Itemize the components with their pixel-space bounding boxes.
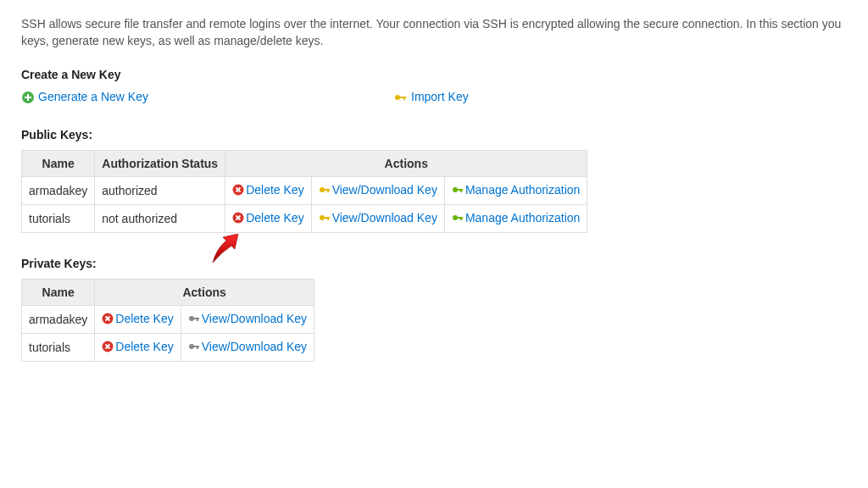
public-keys-table: Name Authorization Status Actions armada… bbox=[21, 150, 587, 233]
key-download-icon bbox=[319, 212, 331, 224]
cell-status: not authorized bbox=[95, 205, 225, 233]
col-auth-status: Authorization Status bbox=[95, 151, 225, 177]
cell-name: tutorials bbox=[22, 205, 95, 233]
delete-key-link[interactable]: Delete Key bbox=[232, 183, 303, 197]
intro-text: SSH allows secure file transfer and remo… bbox=[21, 12, 868, 49]
delete-key-link[interactable]: Delete Key bbox=[232, 211, 303, 225]
delete-key-link[interactable]: Delete Key bbox=[102, 340, 173, 353]
public-keys-heading: Public Keys: bbox=[21, 128, 868, 141]
key-download-icon bbox=[319, 184, 331, 196]
delete-icon bbox=[232, 212, 244, 224]
manage-authorization-link[interactable]: Manage Authorization bbox=[452, 211, 580, 225]
delete-icon bbox=[102, 313, 114, 324]
col-actions: Actions bbox=[95, 280, 314, 306]
view-download-key-link[interactable]: View/Download Key bbox=[319, 183, 437, 197]
key-auth-icon bbox=[452, 212, 464, 224]
delete-key-link[interactable]: Delete Key bbox=[102, 312, 173, 325]
table-row: armadakey authorized Delete Key bbox=[22, 177, 587, 205]
cell-name: tutorials bbox=[22, 334, 95, 362]
delete-icon bbox=[232, 184, 244, 196]
cell-name: armadakey bbox=[22, 177, 95, 205]
import-key-label: Import Key bbox=[411, 90, 469, 103]
manage-authorization-link[interactable]: Manage Authorization bbox=[452, 183, 580, 197]
private-keys-heading: Private Keys: bbox=[21, 257, 868, 270]
view-download-key-link[interactable]: View/Download Key bbox=[319, 211, 437, 225]
private-keys-table: Name Actions armadakey Delete Key bbox=[21, 279, 314, 362]
cell-status: authorized bbox=[95, 177, 225, 205]
svg-rect-9 bbox=[327, 189, 329, 192]
svg-rect-12 bbox=[460, 189, 462, 192]
table-row: armadakey Delete Key View/Download K bbox=[22, 306, 314, 334]
svg-rect-27 bbox=[197, 346, 198, 349]
create-key-heading: Create a New Key bbox=[21, 68, 868, 81]
plus-icon bbox=[21, 91, 35, 104]
table-row: tutorials not authorized Delete Key bbox=[22, 205, 587, 233]
svg-rect-16 bbox=[327, 217, 329, 220]
view-download-key-link[interactable]: View/Download Key bbox=[188, 312, 307, 325]
view-download-key-link[interactable]: View/Download Key bbox=[188, 340, 307, 353]
key-import-icon bbox=[394, 91, 408, 104]
key-view-icon bbox=[188, 313, 200, 324]
svg-rect-23 bbox=[197, 318, 198, 321]
cell-name: armadakey bbox=[22, 306, 95, 334]
svg-rect-19 bbox=[460, 217, 462, 220]
key-view-icon bbox=[188, 341, 200, 352]
generate-new-key-link[interactable]: Generate a New Key bbox=[21, 90, 148, 103]
import-key-link[interactable]: Import Key bbox=[394, 90, 469, 103]
col-name: Name bbox=[22, 151, 95, 177]
col-actions: Actions bbox=[225, 151, 587, 177]
col-name: Name bbox=[22, 280, 95, 306]
generate-new-key-label: Generate a New Key bbox=[38, 90, 148, 103]
delete-icon bbox=[102, 341, 114, 352]
svg-rect-2 bbox=[25, 97, 31, 98]
key-auth-icon bbox=[452, 184, 464, 196]
svg-rect-5 bbox=[403, 97, 405, 100]
table-row: tutorials Delete Key View/Download K bbox=[22, 334, 314, 362]
